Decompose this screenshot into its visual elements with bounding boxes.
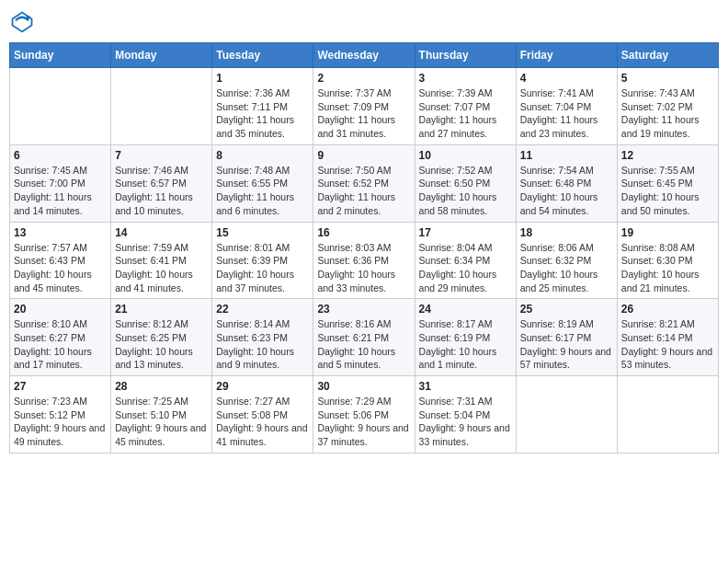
day-number: 2 xyxy=(317,72,410,85)
day-info: Sunrise: 7:45 AM Sunset: 7:00 PM Dayligh… xyxy=(14,164,107,218)
day-number: 27 xyxy=(14,380,107,393)
day-number: 21 xyxy=(115,303,208,316)
day-number: 17 xyxy=(419,226,512,239)
day-info: Sunrise: 8:08 AM Sunset: 6:30 PM Dayligh… xyxy=(621,241,714,295)
calendar-cell: 28Sunrise: 7:25 AM Sunset: 5:10 PM Dayli… xyxy=(111,376,212,454)
calendar-cell xyxy=(111,68,212,145)
calendar-cell: 30Sunrise: 7:29 AM Sunset: 5:06 PM Dayli… xyxy=(313,376,415,454)
day-info: Sunrise: 7:37 AM Sunset: 7:09 PM Dayligh… xyxy=(317,86,410,141)
day-info: Sunrise: 8:16 AM Sunset: 6:21 PM Dayligh… xyxy=(317,317,410,372)
day-number: 30 xyxy=(317,380,410,393)
day-number: 8 xyxy=(216,149,309,162)
day-number: 7 xyxy=(115,149,208,162)
calendar-cell: 23Sunrise: 8:16 AM Sunset: 6:21 PM Dayli… xyxy=(313,299,415,376)
day-info: Sunrise: 8:03 AM Sunset: 6:36 PM Dayligh… xyxy=(317,241,410,295)
logo xyxy=(9,9,39,35)
calendar-cell: 11Sunrise: 7:54 AM Sunset: 6:48 PM Dayli… xyxy=(516,144,617,222)
day-number: 23 xyxy=(317,303,410,316)
logo-icon xyxy=(9,9,35,35)
day-info: Sunrise: 7:29 AM Sunset: 5:06 PM Dayligh… xyxy=(317,395,410,449)
day-info: Sunrise: 7:54 AM Sunset: 6:48 PM Dayligh… xyxy=(520,164,613,218)
calendar-cell: 19Sunrise: 8:08 AM Sunset: 6:30 PM Dayli… xyxy=(617,222,718,299)
calendar-cell: 24Sunrise: 8:17 AM Sunset: 6:19 PM Dayli… xyxy=(415,299,516,376)
calendar-cell: 20Sunrise: 8:10 AM Sunset: 6:27 PM Dayli… xyxy=(10,299,111,376)
day-info: Sunrise: 7:36 AM Sunset: 7:11 PM Dayligh… xyxy=(216,86,309,141)
calendar-cell: 29Sunrise: 7:27 AM Sunset: 5:08 PM Dayli… xyxy=(212,376,313,454)
day-info: Sunrise: 7:46 AM Sunset: 6:57 PM Dayligh… xyxy=(115,164,208,218)
day-number: 31 xyxy=(419,380,512,393)
day-header: Sunday xyxy=(10,43,111,68)
calendar-cell: 18Sunrise: 8:06 AM Sunset: 6:32 PM Dayli… xyxy=(516,222,617,299)
day-header: Saturday xyxy=(617,43,718,68)
day-number: 10 xyxy=(419,149,512,162)
day-info: Sunrise: 8:10 AM Sunset: 6:27 PM Dayligh… xyxy=(14,317,107,372)
day-info: Sunrise: 7:27 AM Sunset: 5:08 PM Dayligh… xyxy=(216,395,309,449)
calendar-cell: 12Sunrise: 7:55 AM Sunset: 6:45 PM Dayli… xyxy=(617,144,718,222)
day-info: Sunrise: 7:39 AM Sunset: 7:07 PM Dayligh… xyxy=(419,86,512,141)
day-number: 20 xyxy=(14,303,107,316)
day-number: 26 xyxy=(621,303,714,316)
calendar-cell: 25Sunrise: 8:19 AM Sunset: 6:17 PM Dayli… xyxy=(516,299,617,376)
day-number: 29 xyxy=(216,380,309,393)
day-info: Sunrise: 8:04 AM Sunset: 6:34 PM Dayligh… xyxy=(419,241,512,295)
calendar-cell: 16Sunrise: 8:03 AM Sunset: 6:36 PM Dayli… xyxy=(313,222,415,299)
day-number: 19 xyxy=(621,226,714,239)
calendar-cell: 15Sunrise: 8:01 AM Sunset: 6:39 PM Dayli… xyxy=(212,222,313,299)
calendar-cell xyxy=(617,376,718,454)
day-number: 18 xyxy=(520,226,613,239)
day-info: Sunrise: 8:14 AM Sunset: 6:23 PM Dayligh… xyxy=(216,317,309,372)
day-number: 14 xyxy=(115,226,208,239)
day-number: 13 xyxy=(14,226,107,239)
day-info: Sunrise: 7:41 AM Sunset: 7:04 PM Dayligh… xyxy=(520,86,613,141)
calendar-cell: 22Sunrise: 8:14 AM Sunset: 6:23 PM Dayli… xyxy=(212,299,313,376)
day-info: Sunrise: 8:01 AM Sunset: 6:39 PM Dayligh… xyxy=(216,241,309,295)
calendar-cell: 13Sunrise: 7:57 AM Sunset: 6:43 PM Dayli… xyxy=(10,222,111,299)
calendar-cell: 6Sunrise: 7:45 AM Sunset: 7:00 PM Daylig… xyxy=(10,144,111,222)
calendar-cell: 2Sunrise: 7:37 AM Sunset: 7:09 PM Daylig… xyxy=(313,68,415,145)
day-info: Sunrise: 7:57 AM Sunset: 6:43 PM Dayligh… xyxy=(14,241,107,295)
svg-marker-1 xyxy=(13,13,32,32)
day-number: 16 xyxy=(317,226,410,239)
day-info: Sunrise: 8:06 AM Sunset: 6:32 PM Dayligh… xyxy=(520,241,613,295)
day-number: 5 xyxy=(621,72,714,85)
day-info: Sunrise: 7:52 AM Sunset: 6:50 PM Dayligh… xyxy=(419,164,512,218)
calendar-cell xyxy=(516,376,617,454)
day-number: 25 xyxy=(520,303,613,316)
day-number: 3 xyxy=(419,72,512,85)
day-number: 9 xyxy=(317,149,410,162)
calendar-cell: 5Sunrise: 7:43 AM Sunset: 7:02 PM Daylig… xyxy=(617,68,718,145)
day-number: 24 xyxy=(419,303,512,316)
day-number: 28 xyxy=(115,380,208,393)
day-info: Sunrise: 7:23 AM Sunset: 5:12 PM Dayligh… xyxy=(14,395,107,449)
calendar-cell: 21Sunrise: 8:12 AM Sunset: 6:25 PM Dayli… xyxy=(111,299,212,376)
calendar-cell: 9Sunrise: 7:50 AM Sunset: 6:52 PM Daylig… xyxy=(313,144,415,222)
day-header: Friday xyxy=(516,43,617,68)
calendar: SundayMondayTuesdayWednesdayThursdayFrid… xyxy=(9,42,719,454)
day-header: Wednesday xyxy=(313,43,415,68)
calendar-cell: 14Sunrise: 7:59 AM Sunset: 6:41 PM Dayli… xyxy=(111,222,212,299)
day-info: Sunrise: 7:43 AM Sunset: 7:02 PM Dayligh… xyxy=(621,86,714,141)
day-number: 6 xyxy=(14,149,107,162)
day-number: 4 xyxy=(520,72,613,85)
calendar-cell xyxy=(10,68,111,145)
calendar-cell: 26Sunrise: 8:21 AM Sunset: 6:14 PM Dayli… xyxy=(617,299,718,376)
calendar-cell: 8Sunrise: 7:48 AM Sunset: 6:55 PM Daylig… xyxy=(212,144,313,222)
day-info: Sunrise: 7:31 AM Sunset: 5:04 PM Dayligh… xyxy=(419,395,512,449)
day-header: Thursday xyxy=(415,43,516,68)
day-info: Sunrise: 7:25 AM Sunset: 5:10 PM Dayligh… xyxy=(115,395,208,449)
day-number: 15 xyxy=(216,226,309,239)
day-number: 12 xyxy=(621,149,714,162)
day-info: Sunrise: 7:48 AM Sunset: 6:55 PM Dayligh… xyxy=(216,164,309,218)
calendar-cell: 27Sunrise: 7:23 AM Sunset: 5:12 PM Dayli… xyxy=(10,376,111,454)
calendar-cell: 1Sunrise: 7:36 AM Sunset: 7:11 PM Daylig… xyxy=(212,68,313,145)
day-header: Tuesday xyxy=(212,43,313,68)
calendar-cell: 31Sunrise: 7:31 AM Sunset: 5:04 PM Dayli… xyxy=(415,376,516,454)
day-info: Sunrise: 8:19 AM Sunset: 6:17 PM Dayligh… xyxy=(520,317,613,372)
day-info: Sunrise: 7:55 AM Sunset: 6:45 PM Dayligh… xyxy=(621,164,714,218)
calendar-cell: 3Sunrise: 7:39 AM Sunset: 7:07 PM Daylig… xyxy=(415,68,516,145)
day-number: 11 xyxy=(520,149,613,162)
day-info: Sunrise: 7:50 AM Sunset: 6:52 PM Dayligh… xyxy=(317,164,410,218)
day-number: 1 xyxy=(216,72,309,85)
day-info: Sunrise: 8:17 AM Sunset: 6:19 PM Dayligh… xyxy=(419,317,512,372)
day-info: Sunrise: 8:12 AM Sunset: 6:25 PM Dayligh… xyxy=(115,317,208,372)
